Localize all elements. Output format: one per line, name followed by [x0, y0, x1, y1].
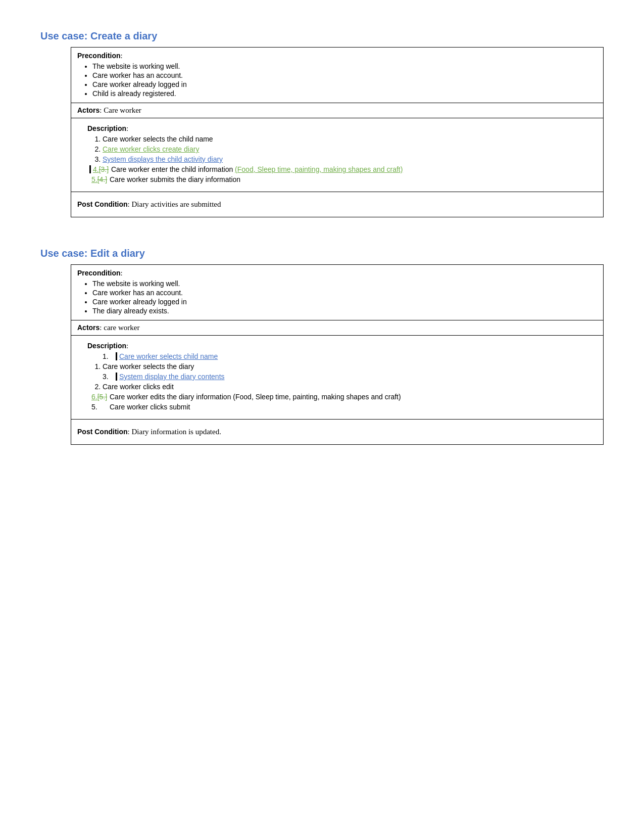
create-diary-table: Precondition: The website is working wel…	[71, 47, 604, 217]
list-item: Care worker has an account.	[92, 71, 597, 79]
post-condition-label: Post Condition	[77, 200, 128, 208]
post-condition-cell: Post Condition: Diary activities are sub…	[71, 192, 604, 217]
list-item: 1. Care worker selects child name	[103, 352, 597, 360]
actors-row: Actors: Care worker	[71, 103, 604, 118]
list-item: Child is already registered.	[92, 89, 597, 98]
post-condition-row: Post Condition: Diary activities are sub…	[71, 192, 604, 217]
precondition-row: Precondition: The website is working wel…	[71, 48, 604, 103]
page-content: Use case: Create a diary Precondition: T…	[40, 30, 604, 445]
item-number: 4.[3.]	[93, 165, 111, 173]
item-5: 5. Care worker clicks submit	[87, 403, 597, 411]
edit-diary-title: Use case: Edit a diary	[40, 248, 604, 259]
description-list: 1. Care worker selects child name Care w…	[87, 352, 597, 391]
item-text: Care worker submits the diary informatio…	[110, 175, 240, 183]
system-displays-link: System displays the child activity diary	[103, 155, 223, 163]
list-item: Care worker selects the child name	[103, 135, 597, 143]
description-row: Description: 1. Care worker selects chil…	[71, 336, 604, 420]
precondition-label: Precondition	[77, 52, 121, 60]
post-condition-value: Diary activities are submitted	[131, 200, 221, 208]
precondition-row: Precondition: The website is working wel…	[71, 265, 604, 320]
actors-row: Actors: care worker	[71, 320, 604, 336]
post-condition-label: Post Condition	[77, 428, 128, 436]
item-number: 5.[4.]	[91, 175, 110, 183]
list-item: System displays the child activity diary	[103, 155, 597, 163]
precondition-list: The website is working well. Care worker…	[77, 62, 597, 98]
list-item: Care worker selects the diary	[103, 362, 597, 370]
actors-label: Actors	[77, 323, 100, 332]
create-diary-link: Care worker clicks create diary	[103, 145, 199, 153]
description-label: Description	[87, 342, 126, 350]
list-item: Care worker already logged in	[92, 298, 597, 306]
post-condition-value: Diary information is updated.	[131, 428, 221, 436]
list-item: Care worker clicks edit	[103, 383, 597, 391]
item-number: 5.	[91, 403, 110, 411]
actors-cell: Actors: care worker	[71, 320, 604, 336]
actors-value: care worker	[104, 323, 139, 332]
post-condition-cell: Post Condition: Diary information is upd…	[71, 420, 604, 445]
list-item: The website is working well.	[92, 62, 597, 70]
actors-cell: Actors: Care worker	[71, 103, 604, 118]
item-number: 6.[5.]	[91, 393, 110, 401]
item-5-4: 5.[4.] Care worker submits the diary inf…	[87, 175, 597, 183]
edit-diary-section: Use case: Edit a diary Precondition: The…	[40, 248, 604, 445]
edit-diary-table: Precondition: The website is working wel…	[71, 264, 604, 445]
list-item: Care worker clicks create diary	[103, 145, 597, 153]
create-diary-section: Use case: Create a diary Precondition: T…	[40, 30, 604, 217]
precondition-cell: Precondition: The website is working wel…	[71, 48, 604, 103]
actors-value: Care worker	[104, 106, 141, 114]
system-display-link: System display the diary contents	[119, 373, 225, 381]
item-text: Care worker enter the child information …	[111, 165, 597, 173]
precondition-cell: Precondition: The website is working wel…	[71, 265, 604, 320]
precondition-label: Precondition	[77, 269, 121, 277]
description-list: Care worker selects the child name Care …	[87, 135, 597, 163]
list-item: Care worker has an account.	[92, 289, 597, 297]
create-diary-title: Use case: Create a diary	[40, 30, 604, 42]
description-row: Description: Care worker selects the chi…	[71, 118, 604, 192]
description-label: Description	[87, 124, 126, 132]
item-6-5: 6.[5.] Care worker edits the diary infor…	[87, 393, 597, 401]
item-text: Care worker edits the diary information …	[110, 393, 597, 401]
post-condition-row: Post Condition: Diary information is upd…	[71, 420, 604, 445]
item-text: Care worker clicks submit	[110, 403, 190, 411]
list-item: 3. System display the diary contents	[103, 373, 597, 381]
actors-label: Actors	[77, 106, 100, 114]
list-item: The diary already exists.	[92, 307, 597, 315]
list-item: The website is working well.	[92, 280, 597, 288]
description-cell: Description: Care worker selects the chi…	[71, 118, 604, 192]
precondition-list: The website is working well. Care worker…	[77, 280, 597, 315]
select-child-link: Care worker selects child name	[119, 352, 218, 360]
list-item: Care worker already logged in	[92, 80, 597, 88]
item-4-3: 4.[3.] Care worker enter the child infor…	[89, 165, 597, 173]
description-cell: Description: 1. Care worker selects chil…	[71, 336, 604, 420]
